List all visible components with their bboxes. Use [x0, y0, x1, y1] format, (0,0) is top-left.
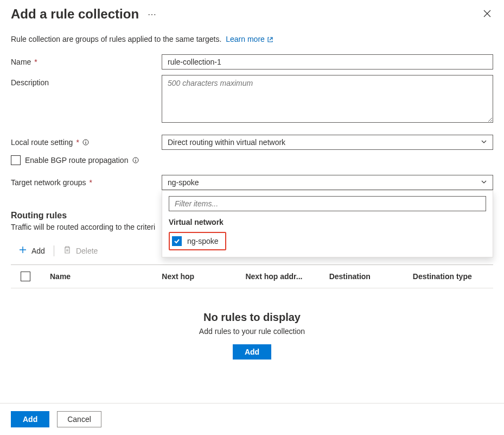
target-label: Target network groups* — [11, 175, 162, 187]
checkbox-checked-icon — [172, 236, 182, 246]
select-all-checkbox[interactable] — [21, 272, 30, 281]
more-icon[interactable]: ⋯ — [148, 9, 157, 20]
bgp-label: Enable BGP route propagation — [25, 156, 128, 165]
info-icon[interactable] — [82, 139, 89, 146]
chevron-down-icon — [481, 178, 487, 187]
close-icon[interactable] — [481, 8, 493, 21]
empty-desc: Add rules to your rule collection — [11, 327, 493, 336]
dropdown-item-label: ng-spoke — [187, 237, 219, 245]
info-icon[interactable] — [132, 157, 139, 163]
svg-point-1 — [85, 141, 86, 141]
external-link-icon — [267, 36, 273, 45]
toolbar-add-button[interactable]: Add — [18, 243, 45, 258]
target-dropdown-panel: Virtual network ng-spoke — [162, 190, 493, 257]
local-route-label: Local route setting* — [11, 135, 162, 147]
empty-title: No rules to display — [11, 311, 493, 324]
intro-text: Rule collection are groups of rules appl… — [11, 35, 221, 43]
name-label: Name* — [11, 54, 162, 66]
dropdown-section-title: Virtual network — [169, 218, 486, 226]
toolbar-delete-button: Delete — [63, 243, 98, 258]
page-title: Add a rule collection — [11, 7, 139, 22]
col-destination[interactable]: Destination — [329, 272, 400, 281]
footer-cancel-button[interactable]: Cancel — [57, 411, 101, 427]
col-next-hop-addr[interactable]: Next hop addr... — [245, 272, 316, 281]
filter-input[interactable] — [169, 196, 486, 211]
description-label: Description — [11, 75, 162, 87]
svg-point-3 — [136, 159, 136, 159]
divider — [54, 245, 54, 256]
chevron-down-icon — [481, 138, 487, 147]
bgp-checkbox[interactable] — [11, 155, 21, 165]
name-field[interactable] — [162, 54, 493, 70]
learn-more-link[interactable]: Learn more — [226, 35, 273, 43]
trash-icon — [63, 245, 72, 256]
col-next-hop[interactable]: Next hop — [162, 272, 232, 281]
local-route-select[interactable]: Direct routing within virtual network — [162, 135, 493, 150]
description-field[interactable] — [162, 75, 493, 123]
col-destination-type[interactable]: Destination type — [413, 272, 483, 281]
plus-icon — [18, 245, 27, 256]
dropdown-item-ng-spoke[interactable]: ng-spoke — [169, 232, 226, 250]
target-select[interactable]: ng-spoke — [162, 175, 493, 190]
col-name[interactable]: Name — [50, 272, 149, 281]
table-header: Name Next hop Next hop addr... Destinati… — [11, 264, 493, 288]
footer-add-button[interactable]: Add — [11, 411, 49, 427]
empty-add-button[interactable]: Add — [233, 344, 271, 360]
